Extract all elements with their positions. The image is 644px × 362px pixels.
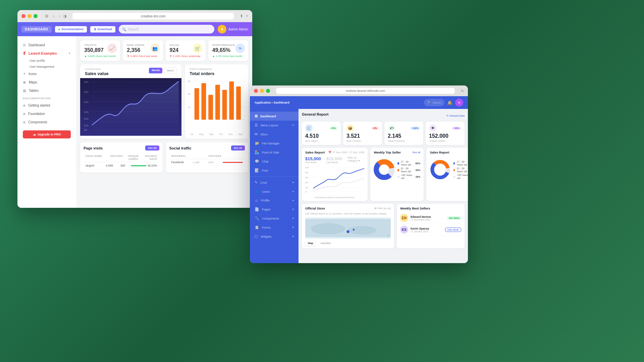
svg-text:$800: $800 bbox=[305, 171, 308, 174]
sidebar2-item-filemanager[interactable]: 📁 File Manager bbox=[250, 139, 299, 148]
sidebar-item-laravel[interactable]: ❡ Laravel Examples ▼ bbox=[17, 49, 76, 58]
seller-action-2[interactable]: Dark Mode bbox=[445, 228, 461, 232]
back-icon[interactable]: ‹ bbox=[53, 14, 54, 18]
bounce-bar-fill bbox=[131, 165, 146, 166]
svg-text:$0k: $0k bbox=[84, 129, 88, 131]
sidebar-item-dashboard[interactable]: ⊞ Dashboard bbox=[17, 41, 76, 49]
social-traffic-header: Social traffic See all bbox=[169, 145, 245, 150]
sidebar2-item-inbox[interactable]: ✉ Inbox bbox=[250, 130, 299, 139]
map-tab-satellite[interactable]: Satellite bbox=[318, 241, 334, 246]
seller-badge-1: 131 Sales bbox=[447, 216, 461, 220]
sidebar2-item-forms[interactable]: 📋 Forms ▾ bbox=[250, 223, 299, 232]
components2-icon: 🔧 bbox=[255, 216, 259, 221]
forward-icon[interactable]: › bbox=[59, 14, 60, 18]
sidebar2-item-chat[interactable]: 💬 Chat bbox=[250, 157, 299, 166]
top-seller-title: Weekly Top Seller bbox=[374, 150, 400, 154]
sidebar2-item-components[interactable]: 🔧 Components ▾ bbox=[250, 214, 299, 223]
last-month-label: Last Month bbox=[326, 161, 342, 164]
search-icon-2: 🔍 bbox=[427, 101, 431, 104]
filter-city-btn[interactable]: ⊞ Filter by city bbox=[374, 207, 391, 210]
sales-donut-chart bbox=[430, 156, 450, 183]
search-bar-2[interactable]: 🔍 Search bbox=[424, 99, 444, 106]
sales-report2-header: Sales Report See all bbox=[430, 150, 468, 154]
reload-data-btn[interactable]: ↻ Reload Data bbox=[446, 114, 465, 117]
legend-pct-2: 33% bbox=[415, 169, 420, 172]
sidebar2-item-post[interactable]: 📝 Post bbox=[250, 166, 299, 175]
upgrade-pro-button[interactable]: ☁ Upgrade to PRO bbox=[23, 130, 71, 138]
sidebar2-item-pos[interactable]: 🏪 Point of Sale bbox=[250, 148, 299, 157]
sales-report-header: Sales Report 📅 27 Nov, 2020 - 27 Dec, 20… bbox=[305, 150, 364, 154]
window-controls-2 bbox=[254, 89, 270, 93]
item-sales-label: Item Sales bbox=[305, 139, 337, 142]
sidebar2-label: Widgets bbox=[261, 235, 272, 238]
foundation-icon: ◈ bbox=[23, 112, 25, 116]
minimize-button-2[interactable] bbox=[260, 89, 264, 93]
week-tab[interactable]: Week bbox=[164, 68, 177, 73]
svg-point-50 bbox=[353, 229, 355, 231]
forms-icon: 📋 bbox=[255, 225, 259, 230]
url-bar[interactable]: creative-tim.com bbox=[72, 13, 234, 19]
sidebar-toggle-icon[interactable]: ⊞ bbox=[45, 14, 48, 18]
chart-x-labels: MayJunJulAugSepOctNovDec bbox=[80, 136, 181, 139]
performance-icon: % bbox=[235, 44, 245, 53]
stat-card2-total-products: 🏷 +12% 2.145 Total Products bbox=[384, 122, 423, 145]
svg-text:$40k: $40k bbox=[84, 101, 89, 103]
share-icon[interactable]: ⬆ bbox=[240, 14, 243, 18]
sidebar-item-tables[interactable]: ▦ Tables bbox=[17, 86, 76, 95]
close-button[interactable] bbox=[21, 14, 25, 18]
filter-category-btn[interactable]: Filter by Category ▾ bbox=[347, 156, 364, 164]
sidebar-sub-item-usermgmt[interactable]: User Management bbox=[17, 64, 76, 70]
sidebar2-item-pages[interactable]: 📄 Pages ▾ bbox=[250, 205, 299, 214]
theme-icon[interactable]: ◑ bbox=[63, 14, 66, 18]
sidebar2-item-menulayout[interactable]: ☰ Menu Layout ▾ bbox=[250, 121, 299, 130]
minimize-button[interactable] bbox=[28, 14, 32, 18]
sidebar-item-components[interactable]: ◈ Components bbox=[17, 118, 76, 126]
maximize-button-2[interactable] bbox=[266, 89, 270, 93]
newusers-icon: 👥 bbox=[150, 44, 160, 53]
new-tab-icon[interactable]: + bbox=[246, 14, 248, 18]
sales-report-2-card: Sales Report See all bbox=[426, 148, 468, 201]
pages-icon: 📄 bbox=[255, 207, 259, 212]
sidebar2-item-profile[interactable]: ☺ Profile ▾ bbox=[250, 196, 299, 205]
map-tab-map[interactable]: Map bbox=[305, 241, 316, 246]
sidebar2-item-users[interactable]: 👤 Users ▾ bbox=[250, 187, 299, 196]
social-see-all[interactable]: See all bbox=[231, 145, 245, 150]
sidebar2-item-crud[interactable]: ✎ Crud ▾ bbox=[250, 178, 299, 187]
documentation-nav-btn[interactable]: ● Documentation bbox=[55, 26, 87, 33]
sr2-legend-label-3: +50 Years old bbox=[457, 174, 468, 180]
sidebar-sub-item-profile[interactable]: User profile bbox=[17, 58, 76, 64]
expand-icon[interactable]: ⤢ bbox=[387, 234, 389, 238]
breadcrumb: Application › Dashboard bbox=[255, 101, 421, 104]
dashboard-nav-btn[interactable]: DASHBOARD bbox=[21, 26, 52, 33]
svg-text:30: 30 bbox=[188, 80, 191, 82]
sidebar-item-icons[interactable]: ✦ Icons bbox=[17, 70, 76, 78]
url-bar-2[interactable]: mrdone-laravel.ref4code.com bbox=[276, 88, 455, 94]
notification-icon[interactable]: 🔔 bbox=[447, 100, 452, 105]
sidebar2-item-dashboard[interactable]: ⊞ Dashboard bbox=[250, 112, 299, 121]
search-bar[interactable]: 🔍 Search bbox=[119, 25, 214, 34]
sidebar2-item-widgets[interactable]: ⬡ Widgets ▾ bbox=[250, 232, 299, 241]
sidebar-item-foundation[interactable]: ◈ Foundation bbox=[17, 110, 76, 118]
sr2-legend-label-2: 31 - 50 Years old bbox=[457, 167, 468, 173]
download-nav-btn[interactable]: ⬇ Download bbox=[90, 26, 115, 33]
reload-icon[interactable]: ↻ bbox=[461, 89, 464, 93]
month-tab[interactable]: Month bbox=[149, 68, 162, 73]
top-seller-see-all[interactable]: See all bbox=[412, 151, 420, 154]
legend-label-2: 31 - 50 Years old bbox=[401, 167, 414, 173]
sales-icon: 🛒 bbox=[193, 44, 202, 53]
maximize-button[interactable] bbox=[34, 14, 38, 18]
chevron-pages-icon: ▾ bbox=[292, 208, 294, 211]
getting-started-icon: ◈ bbox=[23, 103, 25, 108]
sr2-legend-dot-1 bbox=[453, 162, 455, 165]
table-row: /argon/ 4,569 340 46,53% bbox=[84, 162, 159, 169]
chevron-users-icon: ▾ bbox=[292, 190, 294, 193]
sidebar-item-maps[interactable]: ◉ Maps bbox=[17, 78, 76, 86]
sidebar-item-getting-started[interactable]: ◈ Getting started bbox=[17, 101, 76, 110]
orders-chart-card: PERFORMANCE Total orders 30 20 10 bbox=[185, 64, 248, 139]
sidebar-item-label: Icons bbox=[29, 72, 37, 76]
total-products-badge: +12% bbox=[411, 127, 420, 130]
page-visits-see-all[interactable]: See all bbox=[145, 145, 159, 150]
sidebar-item-label: Tables bbox=[29, 89, 39, 93]
svg-rect-22 bbox=[208, 95, 213, 120]
close-button-2[interactable] bbox=[254, 89, 258, 93]
